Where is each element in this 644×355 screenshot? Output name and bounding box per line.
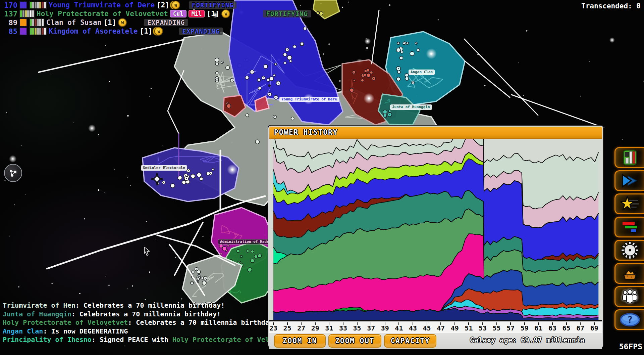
settings-button[interactable]: [614, 240, 644, 261]
axis-tick-label: 67: [576, 324, 584, 332]
game-viewport: { "hud": { "transcended": "Transcended: …: [0, 0, 644, 355]
map-label[interactable]: Sedinler Electorale: [141, 165, 187, 171]
population-button[interactable]: [614, 286, 644, 307]
faction-name: Holy Protectorate of Velovetvet: [37, 10, 168, 18]
event-log-line[interactable]: Principality of Ihesno: Signed PEACE wit…: [3, 336, 269, 344]
axis-tick-label: 47: [437, 324, 445, 332]
event-log-line[interactable]: Angan Clan: Is now DEGENERATING: [3, 327, 269, 336]
axis-tick-label: 45: [423, 324, 431, 332]
faction-badge-mil: Mil: [189, 10, 205, 17]
capacity-button[interactable]: CAPACITY: [384, 334, 436, 348]
faction-row[interactable]: 170Young Triumvirate of Dere[2]WFORTIFYI…: [2, 1, 311, 9]
faction-status-badge: EXPANDING: [144, 19, 188, 26]
faction-name: Clan of Susan: [46, 18, 101, 27]
faction-score: 89: [2, 18, 17, 27]
faction-list: 170Young Triumvirate of Dere[2]WFORTIFYI…: [2, 1, 311, 36]
faction-color-swatch: [19, 27, 27, 35]
axis-tick-label: 29: [311, 324, 319, 332]
axis-tick-label: 63: [548, 324, 556, 332]
card-icon: [621, 149, 639, 166]
wonder-coin-icon: W: [118, 18, 127, 27]
graphs-button[interactable]: [614, 217, 644, 237]
help-icon: ?: [619, 312, 641, 328]
axis-tick-label: 33: [339, 324, 347, 332]
power-history-chart: [269, 139, 602, 320]
faction-name: Kingdom of Asoreatele: [49, 27, 138, 35]
faction-status-badge: EXPANDING: [179, 28, 223, 35]
axis-tick-label: 41: [395, 324, 403, 332]
map-label[interactable]: Junta of Huangqin: [390, 104, 432, 110]
chart-x-axis: 2325272931333537394143454749515355575961…: [269, 320, 602, 332]
axis-tick-label: 69: [590, 324, 598, 332]
speed-button[interactable]: [614, 170, 644, 191]
event-log-line[interactable]: Holy Protectorate of Velovetvet: Celebra…: [3, 318, 269, 327]
panel-title: POWER HISTORY: [274, 128, 338, 136]
axis-tick-label: 53: [479, 324, 487, 332]
axis-tick-label: 27: [297, 324, 305, 332]
fast-forward-icon: [621, 172, 639, 189]
panel-header: POWER HISTORY: [269, 127, 602, 139]
star-icon: [621, 195, 639, 213]
axis-tick-label: 49: [451, 324, 459, 332]
faction-row[interactable]: 85Kingdom of Asoreatele[1]WEXPANDING: [2, 27, 311, 36]
axis-tick-label: 23: [269, 324, 277, 332]
axis-tick-label: 51: [465, 324, 473, 332]
axis-tick-label: 39: [381, 324, 389, 332]
stats-bars-icon: [621, 218, 639, 236]
faction-score: 85: [2, 27, 17, 36]
map-label[interactable]: Angan Clan: [409, 70, 435, 75]
svg-text:?: ?: [627, 315, 633, 325]
axis-tick-label: 57: [506, 324, 515, 332]
population-icon: [621, 288, 639, 305]
axis-tick-label: 61: [534, 324, 542, 332]
sandbox-button[interactable]: [614, 263, 644, 284]
faction-war-count: [1]: [103, 18, 116, 27]
panel-controls: ZOOM IN ZOOM OUT CAPACITY Galaxy age: 69…: [269, 332, 602, 349]
faction-badge-cul: Cul: [170, 10, 186, 17]
faction-row[interactable]: 89Clan of Susan[1]WEXPANDING: [2, 18, 311, 27]
zoom-out-button[interactable]: ZOOM OUT: [328, 334, 381, 348]
empire-overview-button[interactable]: [614, 147, 644, 168]
faction-name: Young Triumvirate of Dere: [49, 1, 155, 9]
power-history-panel: POWER HISTORY 23252729313335373941434547…: [268, 126, 603, 348]
transcended-counter: Transcended: 0: [581, 2, 641, 10]
galaxy-age-label: Galaxy age: 69.97 millennia: [470, 336, 584, 344]
faction-row[interactable]: 137Holy Protectorate of VelovetvetCulMil…: [2, 9, 311, 18]
faction-war-count: [1]: [207, 10, 219, 18]
event-log-line[interactable]: Triumvirate of Hen: Celebrates a 70 mill…: [3, 301, 269, 310]
faction-stat-bars: [29, 18, 44, 27]
wonders-button[interactable]: [614, 193, 644, 214]
faction-stat-bars: [29, 1, 47, 9]
axis-tick-label: 35: [353, 324, 361, 332]
event-log: Triumvirate of Hen: Celebrates a 70 mill…: [3, 301, 269, 344]
wonder-coin-icon: W: [154, 27, 163, 36]
wonder-coin-icon: W: [221, 9, 230, 18]
axis-tick-label: 25: [283, 324, 291, 332]
faction-score: 137: [2, 10, 17, 18]
faction-color-swatch: [19, 1, 27, 9]
map-mode-button[interactable]: [4, 164, 22, 182]
zoom-in-button[interactable]: ZOOM IN: [274, 334, 326, 348]
axis-tick-label: 43: [409, 324, 417, 332]
gear-icon: [621, 241, 639, 259]
sandbox-icon: [621, 265, 639, 282]
axis-tick-label: 55: [493, 324, 501, 332]
axis-tick-label: 59: [521, 324, 529, 332]
fps-counter: 56FPS: [619, 342, 642, 351]
faction-war-count: [1]: [140, 27, 153, 35]
axis-tick-label: 65: [562, 324, 571, 332]
network-icon: [8, 168, 18, 178]
axis-tick-label: 37: [367, 324, 375, 332]
faction-status-badge: FORTIFYING: [263, 10, 311, 17]
wonder-coin-icon: W: [171, 1, 180, 9]
event-log-line[interactable]: Junta of Huangqin: Celebrates a 70 mille…: [3, 310, 269, 319]
help-button[interactable]: ?: [614, 309, 644, 330]
faction-score: 170: [2, 1, 17, 9]
faction-color-swatch: [19, 18, 27, 27]
faction-war-count: [2]: [157, 1, 169, 9]
toolbar-sidebar: ?: [614, 147, 644, 332]
map-label[interactable]: Young Triumvirate of Dere: [279, 97, 339, 102]
faction-status-badge: FORTIFYING: [189, 1, 236, 9]
axis-tick-label: 31: [325, 324, 333, 332]
faction-stat-bars: [19, 10, 35, 18]
